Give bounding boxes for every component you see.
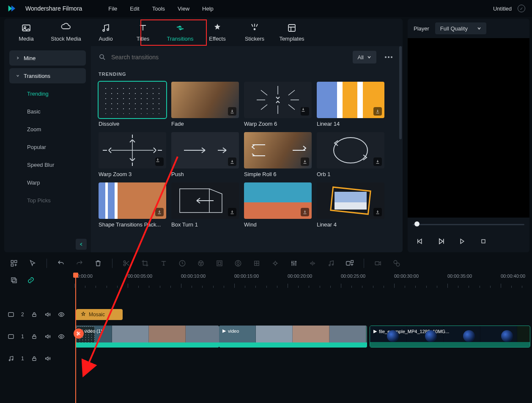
svg-rect-22 [218,262,221,265]
download-icon[interactable] [155,157,164,166]
more-options-button[interactable] [382,56,395,58]
cloud-sync-icon[interactable]: ✓ [518,5,525,12]
visibility-icon[interactable] [58,333,65,340]
card-wind[interactable]: Wind [244,182,312,228]
sidebar-transitions[interactable]: Transitions [9,68,86,83]
menu-view[interactable]: View [178,6,189,12]
timeline-link-icon[interactable] [26,276,36,285]
card-warp-zoom-3[interactable]: Warp Zoom 3 [99,132,166,177]
play-button[interactable] [436,237,446,246]
redo-button[interactable] [75,259,84,268]
svg-rect-13 [11,264,13,266]
text-button[interactable] [159,259,168,268]
sidebar-collapse-button[interactable] [76,239,87,250]
lock-icon[interactable] [31,333,38,340]
download-icon[interactable] [301,107,309,116]
mute-icon[interactable] [44,355,51,362]
preview-viewport[interactable] [408,38,529,218]
sidebar-item-speed-blur[interactable]: Speed Blur [9,157,86,172]
speed-button[interactable] [178,259,187,268]
card-warp-zoom-6[interactable]: Warp Zoom 6 [244,82,312,127]
svg-rect-11 [11,260,13,262]
mute-icon[interactable] [44,333,51,340]
tab-titles[interactable]: Titles [124,19,162,45]
card-simple-roll-6[interactable]: Simple Roll 6 [244,132,312,177]
download-icon[interactable] [228,208,236,216]
mute-icon[interactable] [44,311,51,318]
scrollbar-thumb[interactable] [399,46,402,139]
clip-video-1[interactable]: ▶ video (1) [75,326,219,348]
prev-frame-button[interactable] [415,237,425,246]
download-icon[interactable] [373,208,382,216]
stop-button[interactable] [479,237,488,246]
mask-button[interactable] [215,259,224,268]
delete-button[interactable] [93,259,103,268]
lock-icon[interactable] [31,355,38,362]
card-box-turn-1[interactable]: Box Turn 1 [171,182,239,228]
tab-stock-media[interactable]: Stock Media [45,19,87,45]
card-linear-4[interactable]: Linear 4 [317,182,384,228]
card-linear-14[interactable]: Linear 14 [317,82,384,127]
card-dissolve[interactable]: Dissolve [99,82,166,127]
tab-stickers[interactable]: Stickers [236,19,273,45]
download-icon[interactable] [301,157,309,166]
keyframe-button[interactable] [233,259,243,268]
menu-edit[interactable]: Edit [130,6,139,12]
sidebar-item-basic[interactable]: Basic [9,104,86,119]
music-button[interactable] [326,259,336,268]
split-button[interactable] [122,259,131,268]
marker-button[interactable] [252,259,261,268]
ruler-label: 00:00:20:00 [288,273,312,279]
tab-transitions[interactable]: Transitions [162,19,199,45]
crop-button[interactable] [140,259,150,268]
download-icon[interactable] [373,157,382,166]
sidebar-item-trending[interactable]: Trending [9,86,86,101]
card-push[interactable]: Push [171,132,239,177]
select-tool-button[interactable] [28,259,37,268]
menu-help[interactable]: Help [202,6,214,12]
next-frame-button[interactable] [458,237,467,246]
card-shape-transitions[interactable]: Shape Transitions Pack... [99,182,166,228]
tab-effects[interactable]: Effects [199,19,236,45]
clip-video-2[interactable]: ▶ video [219,326,367,348]
sidebar-item-zoom[interactable]: Zoom [9,121,86,137]
quality-dropdown[interactable]: Full Quality [435,22,486,34]
playhead[interactable] [75,273,76,403]
download-icon[interactable] [228,157,236,166]
chevron-down-icon [477,26,481,30]
search-input[interactable] [111,54,238,61]
sidebar-mine[interactable]: Mine [9,50,86,66]
download-icon[interactable] [155,208,164,216]
card-orb-1[interactable]: Orb 1 [317,132,384,177]
tab-media[interactable]: Media [8,19,45,45]
timeline-add-icon[interactable] [9,276,19,285]
tab-templates[interactable]: Templates [273,19,310,45]
sidebar-item-popular[interactable]: Popular [9,139,86,155]
filter-dropdown[interactable]: All [353,51,376,63]
clip-effect-mosaic[interactable]: Mosaic [76,309,123,320]
visibility-icon[interactable] [58,311,65,318]
preview-scrubber[interactable] [413,218,524,230]
menu-tools[interactable]: Tools [152,6,165,12]
time-ruler[interactable]: 00:00:0000:00:05:0000:00:10:0000:00:15:0… [74,273,532,288]
download-icon[interactable] [228,107,236,116]
download-icon[interactable] [373,107,382,116]
tab-audio[interactable]: Audio [87,19,124,45]
menu-file[interactable]: File [108,6,117,12]
record-button[interactable] [373,259,383,268]
detach-audio-button[interactable] [271,259,280,268]
download-icon[interactable] [301,208,309,216]
render-button[interactable] [392,259,401,268]
sidebar-item-warp[interactable]: Warp [9,175,86,190]
voiceover-button[interactable] [345,259,354,268]
add-track-button[interactable] [9,259,19,268]
sidebar-item-top-picks[interactable]: Top Picks [9,193,86,208]
lock-icon[interactable] [31,311,38,318]
color-button[interactable] [196,259,206,268]
audio-stretch-button[interactable] [308,259,317,268]
mixer-button[interactable] [289,259,299,268]
card-fade[interactable]: Fade [171,82,239,127]
undo-button[interactable] [56,259,66,268]
thumbnail [99,182,166,219]
clip-video-3[interactable]: ▶ file_example_MP4_1280_10MG... [370,326,530,348]
